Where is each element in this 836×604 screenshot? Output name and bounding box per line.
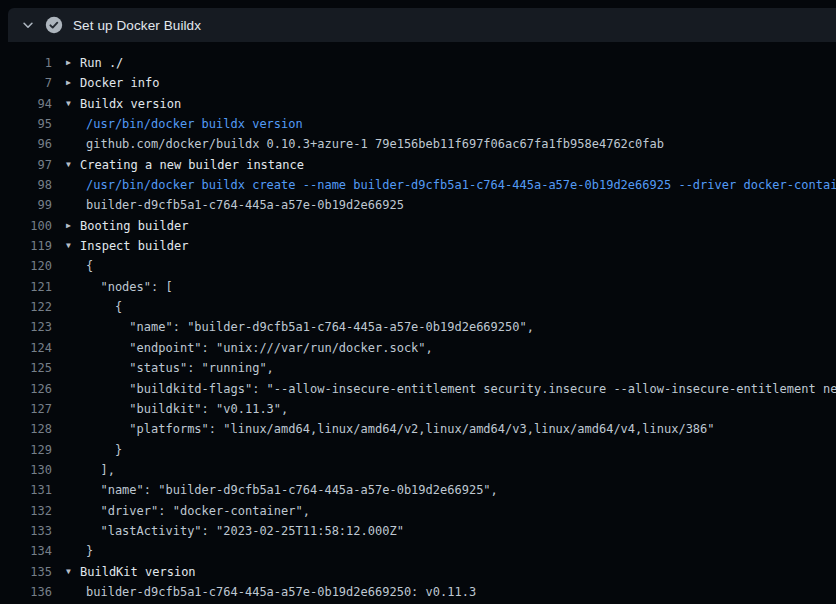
arrow-spacer <box>66 521 80 541</box>
group-title: Creating a new builder instance <box>80 155 304 175</box>
log-line: 136builder-d9cfb5a1-c764-445a-a57e-0b19d… <box>8 582 836 602</box>
line-number[interactable]: 7 <box>8 73 52 93</box>
line-number[interactable]: 97 <box>8 155 52 175</box>
output-text: "status": "running", <box>80 358 274 378</box>
line-number[interactable]: 94 <box>8 94 52 114</box>
arrow-spacer <box>66 256 80 276</box>
output-text: builder-d9cfb5a1-c764-445a-a57e-0b19d2e6… <box>80 582 476 602</box>
triangle-right-icon[interactable]: ▶ <box>66 73 80 93</box>
arrow-spacer <box>66 541 80 561</box>
line-number[interactable]: 133 <box>8 521 52 541</box>
log-line: 124 "endpoint": "unix:///var/run/docker.… <box>8 338 836 358</box>
output-text: } <box>80 541 93 561</box>
check-circle-icon <box>45 16 63 34</box>
output-text: "lastActivity": "2023-02-25T11:58:12.000… <box>80 521 404 541</box>
log-line: 131 "name": "builder-d9cfb5a1-c764-445a-… <box>8 480 836 500</box>
output-text: ], <box>80 460 115 480</box>
line-number[interactable]: 132 <box>8 501 52 521</box>
arrow-spacer <box>66 399 80 419</box>
triangle-right-icon[interactable]: ▶ <box>66 216 80 236</box>
line-number[interactable]: 124 <box>8 338 52 358</box>
line-number[interactable]: 100 <box>8 216 52 236</box>
arrow-spacer <box>66 480 80 500</box>
log-line: 132 "driver": "docker-container", <box>8 501 836 521</box>
arrow-spacer <box>66 460 80 480</box>
log-line: 95/usr/bin/docker buildx version <box>8 114 836 134</box>
output-text: builder-d9cfb5a1-c764-445a-a57e-0b19d2e6… <box>80 195 404 215</box>
log-line: 125 "status": "running", <box>8 358 836 378</box>
line-number[interactable]: 119 <box>8 236 52 256</box>
arrow-spacer <box>66 419 80 439</box>
output-text: github.com/docker/buildx 0.10.3+azure-1 … <box>80 134 664 154</box>
output-text: { <box>80 256 93 276</box>
line-number[interactable]: 125 <box>8 358 52 378</box>
log-line: 123 "name": "builder-d9cfb5a1-c764-445a-… <box>8 317 836 337</box>
triangle-down-icon[interactable]: ▼ <box>66 94 80 114</box>
step-header[interactable]: Set up Docker Buildx <box>8 8 836 42</box>
group-title: Buildx version <box>80 94 181 114</box>
log-line[interactable]: 1▶Run ./ <box>8 53 836 73</box>
triangle-down-icon[interactable]: ▼ <box>66 562 80 582</box>
output-text: "nodes": [ <box>80 277 173 297</box>
line-number[interactable]: 95 <box>8 114 52 134</box>
log-line[interactable]: 97▼Creating a new builder instance <box>8 155 836 175</box>
line-number[interactable]: 121 <box>8 277 52 297</box>
line-number[interactable]: 134 <box>8 541 52 561</box>
arrow-spacer <box>66 501 80 521</box>
log-body: 1▶Run ./7▶Docker info94▼Buildx version95… <box>8 42 836 602</box>
line-number[interactable]: 122 <box>8 297 52 317</box>
arrow-spacer <box>66 358 80 378</box>
log-line[interactable]: 7▶Docker info <box>8 73 836 93</box>
triangle-right-icon[interactable]: ▶ <box>66 53 80 73</box>
output-text: "name": "builder-d9cfb5a1-c764-445a-a57e… <box>80 480 498 500</box>
log-line: 120{ <box>8 256 836 276</box>
line-number[interactable]: 136 <box>8 582 52 602</box>
step-log-panel: Set up Docker Buildx 1▶Run ./7▶Docker in… <box>8 8 836 604</box>
line-number[interactable]: 123 <box>8 317 52 337</box>
log-line[interactable]: 135▼BuildKit version <box>8 562 836 582</box>
chevron-down-icon[interactable] <box>20 17 36 33</box>
output-text: "name": "builder-d9cfb5a1-c764-445a-a57e… <box>80 317 534 337</box>
triangle-down-icon[interactable]: ▼ <box>66 155 80 175</box>
triangle-down-icon[interactable]: ▼ <box>66 236 80 256</box>
line-number[interactable]: 135 <box>8 562 52 582</box>
log-line: 98/usr/bin/docker buildx create --name b… <box>8 175 836 195</box>
log-line: 126 "buildkitd-flags": "--allow-insecure… <box>8 379 836 399</box>
output-text: "buildkit": "v0.11.3", <box>80 399 288 419</box>
line-number[interactable]: 1 <box>8 53 52 73</box>
arrow-spacer <box>66 440 80 460</box>
group-title: Booting builder <box>80 216 188 236</box>
line-number[interactable]: 120 <box>8 256 52 276</box>
line-number[interactable]: 128 <box>8 419 52 439</box>
arrow-spacer <box>66 317 80 337</box>
log-line: 121 "nodes": [ <box>8 277 836 297</box>
command-text: /usr/bin/docker buildx version <box>80 114 303 134</box>
line-number[interactable]: 127 <box>8 399 52 419</box>
log-line[interactable]: 119▼Inspect builder <box>8 236 836 256</box>
log-line: 129 } <box>8 440 836 460</box>
log-line: 133 "lastActivity": "2023-02-25T11:58:12… <box>8 521 836 541</box>
log-line: 96github.com/docker/buildx 0.10.3+azure-… <box>8 134 836 154</box>
arrow-spacer <box>66 582 80 602</box>
arrow-spacer <box>66 277 80 297</box>
arrow-spacer <box>66 195 80 215</box>
arrow-spacer <box>66 297 80 317</box>
output-text: "platforms": "linux/amd64,linux/amd64/v2… <box>80 419 715 439</box>
line-number[interactable]: 98 <box>8 175 52 195</box>
group-title: BuildKit version <box>80 562 196 582</box>
output-text: } <box>80 440 122 460</box>
line-number[interactable]: 129 <box>8 440 52 460</box>
log-line: 122 { <box>8 297 836 317</box>
log-line: 134} <box>8 541 836 561</box>
log-line[interactable]: 94▼Buildx version <box>8 94 836 114</box>
arrow-spacer <box>66 338 80 358</box>
line-number[interactable]: 99 <box>8 195 52 215</box>
line-number[interactable]: 130 <box>8 460 52 480</box>
line-number[interactable]: 96 <box>8 134 52 154</box>
log-line[interactable]: 100▶Booting builder <box>8 216 836 236</box>
log-line: 130 ], <box>8 460 836 480</box>
line-number[interactable]: 126 <box>8 379 52 399</box>
output-text: "buildkitd-flags": "--allow-insecure-ent… <box>80 379 836 399</box>
log-line: 127 "buildkit": "v0.11.3", <box>8 399 836 419</box>
line-number[interactable]: 131 <box>8 480 52 500</box>
